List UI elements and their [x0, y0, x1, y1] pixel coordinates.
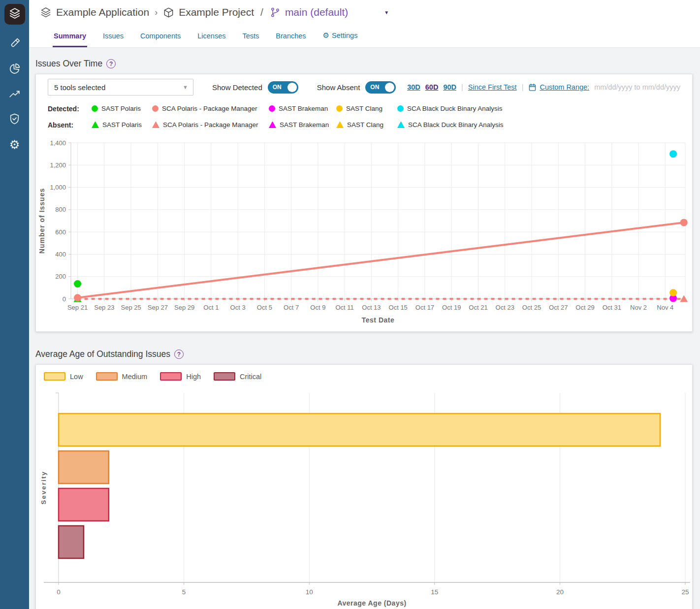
- svg-text:Oct 13: Oct 13: [362, 304, 381, 311]
- legend-item: SCA Polaris - Package Manager: [152, 105, 269, 112]
- top-bar: Example Application › Example Project /: [29, 0, 700, 48]
- issues-over-time-chart: 02004006008001,0001,2001,400Sep 21Sep 23…: [36, 137, 692, 331]
- severity-legend: LowMediumHighCritical: [36, 365, 692, 386]
- svg-text:20: 20: [556, 588, 564, 596]
- range-link-90d[interactable]: 90D: [443, 83, 456, 91]
- show-detected-toggle[interactable]: ON: [268, 81, 298, 94]
- svg-text:Test Date: Test Date: [362, 316, 394, 324]
- svg-text:15: 15: [431, 588, 438, 596]
- triangle-marker-icon: [92, 122, 99, 128]
- svg-text:Oct 3: Oct 3: [230, 304, 246, 311]
- since-first-test-link[interactable]: Since First Test: [468, 83, 517, 91]
- legend-item: SAST Clang: [336, 105, 397, 112]
- sidebar-item-reports[interactable]: [8, 63, 22, 76]
- shield-check-icon: [8, 113, 21, 127]
- svg-text:Oct 31: Oct 31: [603, 304, 621, 311]
- tab-summary[interactable]: Summary: [53, 28, 87, 47]
- branch-icon: [270, 7, 281, 18]
- sidebar: ⚙: [0, 0, 29, 609]
- tab-bar: SummaryIssuesComponentsLicensesTestsBran…: [40, 25, 700, 47]
- severity-legend-item: High: [160, 372, 201, 381]
- sidebar-item-portfolio[interactable]: [4, 4, 25, 25]
- severity-legend-item: Low: [44, 372, 83, 381]
- tools-select-value: 5 tools selected: [54, 83, 105, 92]
- main-area: Example Application › Example Project /: [29, 0, 700, 609]
- dropdown-caret-icon: ▼: [183, 84, 188, 90]
- svg-text:Oct 15: Oct 15: [389, 304, 408, 311]
- svg-text:Oct 17: Oct 17: [415, 304, 434, 311]
- circle-marker-icon: [152, 105, 159, 112]
- svg-text:Oct 11: Oct 11: [336, 304, 354, 311]
- layers-icon: [8, 7, 21, 22]
- custom-range-link[interactable]: Custom Range:: [540, 83, 589, 91]
- avg-age-chart: 0510152025SeverityAverage Age (Days): [36, 386, 692, 609]
- circle-marker-icon: [397, 105, 404, 112]
- svg-text:Nov 2: Nov 2: [630, 304, 647, 311]
- date-range-controls: 30D60D90D|Since First Test|Custom Range:…: [407, 83, 680, 92]
- issues-over-time-header: Issues Over Time ?: [35, 54, 693, 74]
- breadcrumb-project[interactable]: Example Project: [179, 6, 254, 18]
- svg-text:Oct 7: Oct 7: [284, 304, 299, 311]
- custom-range-input[interactable]: mm/dd/yyyy to mm/dd/yyyy: [594, 83, 680, 91]
- svg-text:Oct 29: Oct 29: [575, 304, 594, 311]
- avg-age-header: Average Age of Outstanding Issues ?: [35, 345, 693, 364]
- calendar-icon: [528, 83, 537, 92]
- sidebar-item-security[interactable]: [8, 113, 22, 127]
- circle-marker-icon: [269, 105, 275, 112]
- sidebar-item-trends[interactable]: [8, 88, 22, 101]
- legend-item: SAST Brakeman: [269, 105, 336, 112]
- svg-text:Nov 4: Nov 4: [657, 304, 673, 311]
- breadcrumb-slash: /: [260, 6, 263, 18]
- issues-over-time-panel: 5 tools selected ▼ Show Detected ON Show…: [35, 74, 693, 332]
- breadcrumb-application[interactable]: Example Application: [56, 6, 149, 18]
- legend-item: SCA Polaris - Package Manager: [152, 121, 269, 128]
- branch-caret-down-icon[interactable]: ▼: [384, 10, 389, 15]
- tab-branches[interactable]: Branches: [275, 28, 307, 47]
- tab-licenses[interactable]: Licenses: [196, 28, 226, 47]
- tools-select[interactable]: 5 tools selected ▼: [48, 79, 193, 96]
- chart-controls: 5 tools selected ▼ Show Detected ON Show…: [36, 74, 692, 97]
- help-icon[interactable]: ?: [106, 59, 116, 68]
- svg-text:Oct 25: Oct 25: [522, 304, 541, 311]
- avg-age-panel: LowMediumHighCritical 0510152025Severity…: [35, 364, 693, 609]
- gear-icon: ⚙: [323, 31, 329, 40]
- help-icon[interactable]: ?: [174, 350, 184, 359]
- tab-components[interactable]: Components: [139, 28, 182, 47]
- tab-tests[interactable]: Tests: [241, 28, 260, 47]
- svg-text:Sep 21: Sep 21: [67, 304, 88, 311]
- avg-age-title: Average Age of Outstanding Issues: [35, 349, 170, 359]
- legend-item: SCA Black Duck Binary Analysis: [397, 121, 680, 128]
- toggle-on-label: ON: [370, 84, 379, 91]
- legend-item: SAST Clang: [336, 121, 397, 128]
- legend-item: SCA Black Duck Binary Analysis: [397, 105, 680, 112]
- svg-text:Oct 21: Oct 21: [469, 304, 487, 311]
- issues-over-time-title: Issues Over Time: [35, 59, 102, 69]
- svg-text:Oct 1: Oct 1: [203, 304, 219, 311]
- svg-text:Sep 25: Sep 25: [121, 304, 141, 311]
- tab-issues[interactable]: Issues: [102, 28, 125, 47]
- cube-icon: [163, 7, 174, 18]
- show-detected-label: Show Detected: [212, 83, 262, 92]
- beaker-icon: [8, 37, 21, 52]
- layers-icon: [40, 6, 52, 18]
- breadcrumb-branch[interactable]: main (default): [285, 6, 348, 18]
- svg-text:Sep 29: Sep 29: [174, 304, 194, 311]
- breadcrumb: Example Application › Example Project /: [40, 0, 700, 25]
- triangle-marker-icon: [269, 122, 276, 128]
- svg-text:Sep 23: Sep 23: [94, 304, 114, 311]
- pie-chart-icon: [8, 63, 21, 77]
- show-absent-label: Show Absent: [317, 83, 360, 92]
- show-absent-toggle[interactable]: ON: [365, 81, 396, 94]
- svg-text:Oct 19: Oct 19: [442, 304, 461, 311]
- legend-item: SAST Polaris: [92, 105, 152, 112]
- tab-settings[interactable]: ⚙Settings: [322, 27, 359, 47]
- svg-text:Oct 23: Oct 23: [496, 304, 514, 311]
- range-link-60d[interactable]: 60D: [425, 83, 439, 91]
- svg-text:400: 400: [55, 251, 66, 258]
- legend-row-absent: Absent:SAST PolarisSCA Polaris - Package…: [48, 117, 680, 133]
- sidebar-item-tests[interactable]: [8, 37, 22, 51]
- svg-text:Oct 5: Oct 5: [257, 304, 272, 311]
- sidebar-item-settings[interactable]: ⚙: [8, 138, 22, 152]
- range-link-30d[interactable]: 30D: [407, 83, 420, 91]
- svg-text:600: 600: [55, 228, 66, 236]
